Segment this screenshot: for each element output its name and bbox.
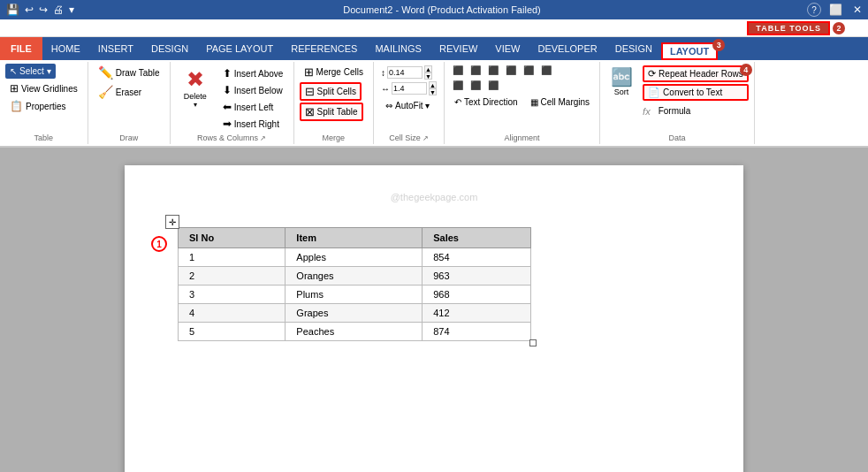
row-height-up[interactable]: ▲ [424, 65, 432, 72]
delete-dropdown-icon: ▾ [194, 101, 197, 109]
table-tools-label: TABLE TOOLS [747, 21, 830, 35]
fx-icon: fx [643, 106, 651, 117]
draw-table-label: Draw Table [116, 68, 160, 78]
view-gridlines-label: View Gridlines [21, 84, 78, 94]
formula-button[interactable]: Formula [654, 104, 696, 118]
insert-right-button[interactable]: ➡ Insert Right [218, 116, 288, 132]
insert-below-icon: ⬇ [223, 84, 232, 96]
eraser-icon: 🧹 [98, 85, 113, 99]
delete-button[interactable]: ✖ Delete ▾ [176, 64, 215, 112]
tab-references[interactable]: REFERENCES [282, 37, 366, 60]
cell-margins-label: Cell Margins [541, 97, 590, 107]
split-cells-button[interactable]: ⊟ Split Cells [300, 82, 362, 101]
ribbon: ↖ Select ▾ ⊞ View Gridlines 📋 Properties… [0, 60, 868, 148]
formula-row: fx Formula [643, 104, 749, 118]
qa-print[interactable]: 🖨 [50, 3, 66, 17]
align-bl-button[interactable]: ⬛ [450, 79, 466, 92]
table-cell: Grapes [286, 304, 423, 323]
col-width-icon: ↔ [381, 84, 390, 94]
cell-margins-button[interactable]: ▦ Cell Margins [526, 95, 595, 109]
ribbon-group-draw: ✏️ Draw Table 🧹 Eraser Draw [88, 62, 171, 144]
text-dir-icon: ↶ [454, 97, 461, 107]
qa-undo[interactable]: ↩ [22, 3, 36, 17]
tab-design[interactable]: DESIGN [142, 37, 197, 60]
align-mc-button[interactable]: ⬛ [521, 64, 537, 77]
insert-right-label: Insert Right [234, 119, 279, 129]
text-direction-button[interactable]: ↶ Text Direction [450, 95, 522, 109]
properties-button[interactable]: 📋 Properties [5, 98, 71, 114]
row-height-down[interactable]: ▼ [424, 72, 432, 80]
insert-below-button[interactable]: ⬇ Insert Below [218, 82, 288, 98]
table-header-row: Sl No Item Sales [179, 228, 531, 248]
insert-above-icon: ⬆ [223, 67, 232, 80]
help-button[interactable]: ? [807, 3, 821, 17]
sort-button[interactable]: 🔤 Sort [605, 64, 637, 99]
qa-save[interactable]: 💾 [4, 3, 22, 17]
table-row: 4Grapes412 [179, 304, 531, 323]
tab-mailings[interactable]: MAILINGS [366, 37, 430, 60]
split-table-icon: ⊠ [305, 105, 315, 118]
badge-1: 1 [151, 236, 167, 252]
col-width-down[interactable]: ▼ [429, 88, 437, 95]
restore-button[interactable]: ⬜ [826, 3, 845, 17]
split-table-label: Split Table [317, 107, 358, 117]
align-bc-button[interactable]: ⬛ [468, 79, 483, 92]
autofit-button[interactable]: ⇔ AutoFit ▾ [381, 99, 434, 112]
repeat-header-rows-button[interactable]: ⟳ Repeat Header Rows [643, 65, 749, 82]
rows-cols-expand-icon[interactable]: ↗ [260, 134, 266, 142]
repeat-icon: ⟳ [648, 68, 656, 80]
tab-file[interactable]: FILE [0, 37, 42, 60]
ribbon-group-merge: ⊞ Merge Cells ⊟ Split Cells ⊠ Split Tabl… [294, 62, 374, 144]
select-button[interactable]: ↖ Select ▾ [5, 64, 56, 79]
insert-above-label: Insert Above [234, 69, 284, 79]
table-cell: Oranges [286, 267, 423, 285]
convert-to-text-button[interactable]: 📄 Convert to Text [643, 84, 749, 101]
align-tl-button[interactable]: ⬛ [450, 64, 466, 77]
split-table-button[interactable]: ⊠ Split Table [300, 103, 363, 121]
table-group-label: Table [5, 132, 82, 142]
table-resize-handle[interactable] [529, 339, 537, 346]
merge-cells-button[interactable]: ⊞ Merge Cells [300, 64, 368, 80]
view-gridlines-button[interactable]: ⊞ View Gridlines [5, 80, 82, 96]
col-width-up[interactable]: ▲ [429, 81, 437, 88]
qa-redo[interactable]: ↪ [36, 3, 50, 17]
align-br-button[interactable]: ⬛ [485, 79, 501, 92]
tab-insert[interactable]: INSERT [89, 37, 142, 60]
align-mr-button[interactable]: ⬛ [538, 64, 554, 77]
align-tr-button[interactable]: ⬛ [485, 64, 501, 77]
table-cell: 854 [423, 248, 531, 267]
table-move-handle[interactable]: ✛ [165, 215, 179, 229]
tab-layout[interactable]: LAYOUT [661, 42, 718, 60]
tab-home[interactable]: HOME [42, 37, 89, 60]
cell-size-expand-icon[interactable]: ↗ [423, 134, 429, 142]
insert-left-button[interactable]: ⬅ Insert Left [218, 99, 288, 115]
rows-cols-group-label: Rows & Columns ↗ [176, 132, 288, 142]
align-ml-button[interactable]: ⬛ [503, 64, 519, 77]
top-bar: 💾 ↩ ↪ 🖨 ▾ Document2 - Word (Product Acti… [0, 0, 868, 19]
insert-above-button[interactable]: ⬆ Insert Above [218, 65, 288, 81]
tab-page-layout[interactable]: PAGE LAYOUT [197, 37, 282, 60]
ribbon-tabs: FILE HOME INSERT DESIGN PAGE LAYOUT REFE… [0, 37, 868, 60]
row-height-input[interactable] [387, 66, 423, 79]
delete-icon: ✖ [187, 67, 204, 92]
tab-review[interactable]: REVIEW [430, 37, 486, 60]
merge-cells-icon: ⊞ [304, 65, 314, 79]
tab-table-design[interactable]: DESIGN [606, 37, 661, 60]
tab-developer[interactable]: DEVELOPER [529, 37, 605, 60]
col-header-item: Item [286, 228, 423, 248]
eraser-button[interactable]: 🧹 Eraser [94, 83, 146, 101]
col-header-slno: Sl No [179, 228, 286, 248]
table-cell: 1 [179, 248, 286, 267]
badge-4: 4 [740, 64, 752, 76]
tab-view[interactable]: VIEW [486, 37, 529, 60]
close-button[interactable]: ✕ [850, 3, 864, 17]
formula-label: Formula [659, 106, 691, 116]
table-row: 2Oranges963 [179, 267, 531, 285]
data-table: Sl No Item Sales 1Apples8542Oranges9633P… [178, 227, 531, 341]
table-row: 5Peaches874 [179, 323, 531, 341]
align-tc-button[interactable]: ⬛ [468, 64, 483, 77]
col-width-input[interactable] [392, 82, 427, 95]
col-header-sales: Sales [423, 228, 531, 248]
qa-customize[interactable]: ▾ [66, 3, 77, 17]
draw-table-button[interactable]: ✏️ Draw Table [94, 64, 164, 81]
